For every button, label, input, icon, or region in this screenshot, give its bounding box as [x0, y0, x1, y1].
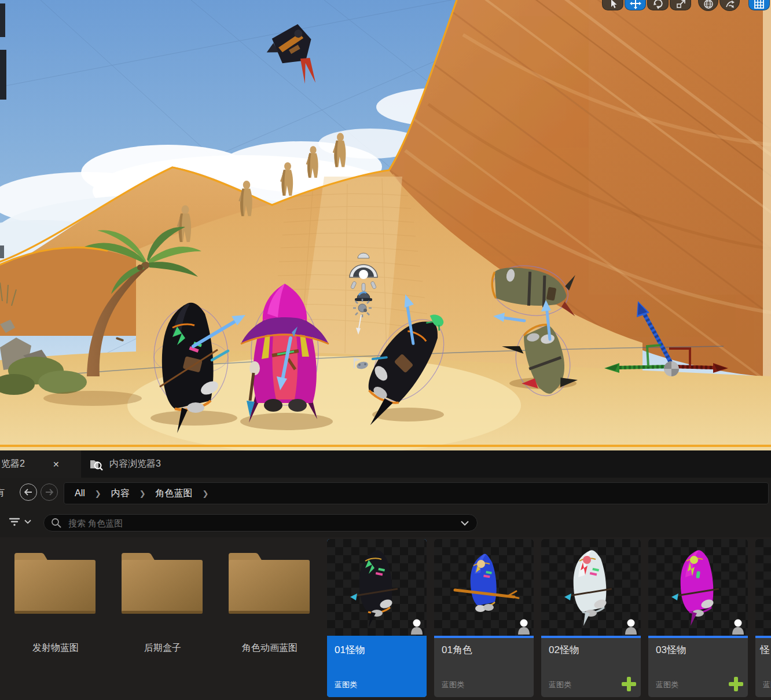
cursor-icon	[608, 0, 618, 9]
forward-button[interactable]	[41, 483, 58, 501]
asset-name: 03怪物	[656, 643, 686, 657]
chevron-right-icon: ❯	[203, 489, 209, 498]
grid-snap-toggle-button[interactable]	[748, 0, 770, 10]
folder-character-anim-blueprints[interactable]: 角色动画蓝图	[220, 539, 320, 695]
person-icon	[410, 619, 423, 635]
asset-type-label: 蓝图类	[335, 680, 357, 690]
asset-card-body: 03怪物 蓝图类	[648, 638, 748, 697]
arrow-left-icon	[24, 489, 32, 496]
asset-card-partial[interactable]: 怪 蓝图	[755, 539, 771, 697]
breadcrumb-root[interactable]: All	[75, 488, 85, 499]
asset-card-body: 01怪物 蓝图类	[327, 638, 427, 697]
content-browser-tab-icon	[90, 458, 104, 471]
rotate-icon	[652, 0, 664, 9]
content-browser-navbar: 有 All ❯ 内容 ❯ 角色蓝图 ❯	[0, 478, 771, 508]
viewport-toolbar	[601, 0, 770, 11]
tab-content-browser-3[interactable]: 内容浏览器3	[83, 450, 193, 478]
asset-thumbnail	[541, 539, 641, 636]
asset-thumbnail	[755, 539, 771, 636]
asset-card-character-01[interactable]: 01角色 蓝图类	[434, 539, 534, 697]
folder-projectile-blueprints[interactable]: 发射物蓝图	[6, 539, 105, 695]
asset-name: 01怪物	[335, 643, 365, 657]
person-icon	[625, 619, 637, 635]
folder-icon	[13, 552, 98, 617]
asset-thumbnail	[327, 539, 427, 636]
asset-card-monster-01[interactable]: 01怪物 蓝图类	[327, 539, 427, 697]
chevron-right-icon: ❯	[139, 489, 146, 498]
search-input[interactable]	[67, 518, 461, 529]
asset-card-body: 怪 蓝图	[755, 638, 771, 697]
move-icon	[630, 0, 641, 9]
scale-tool-button[interactable]	[670, 0, 691, 10]
surface-snap-icon	[724, 0, 736, 10]
grid-icon	[754, 0, 765, 9]
tab-label: 内容浏览器3	[109, 458, 161, 470]
search-icon	[51, 518, 61, 528]
folder-icon	[120, 552, 205, 617]
asset-name: 02怪物	[549, 643, 579, 657]
close-icon[interactable]: ✕	[53, 460, 60, 469]
asset-name: 怪	[760, 643, 770, 657]
asset-card-body: 01角色 蓝图类	[434, 638, 534, 697]
asset-thumbnail	[434, 539, 534, 636]
asset-grid: 发射物蓝图 后期盒子 角色动画蓝图	[0, 537, 771, 700]
tab-content-browser-2[interactable]: 览器2 ✕	[0, 450, 81, 478]
globe-icon	[703, 0, 714, 10]
breadcrumb-item-content[interactable]: 内容	[111, 488, 130, 500]
rotate-tool-button[interactable]	[647, 0, 669, 10]
asset-thumbnail	[648, 539, 748, 636]
search-box[interactable]	[43, 514, 478, 532]
breadcrumb-item-character-blueprints[interactable]: 角色蓝图	[156, 488, 193, 500]
asset-name: 01角色	[442, 643, 472, 657]
asset-type-label: 蓝图类	[656, 680, 678, 690]
asset-type-label: 蓝图类	[549, 680, 571, 690]
back-button[interactable]	[20, 483, 37, 501]
move-tool-button[interactable]	[625, 0, 646, 10]
folder-icon	[227, 552, 312, 617]
asset-type-label: 蓝图	[763, 680, 771, 690]
content-browser-panel: 览器2 ✕ 内容浏览器3 有	[0, 450, 771, 700]
filter-icon[interactable]	[8, 515, 21, 528]
surface-snap-toggle-button[interactable]	[719, 0, 740, 11]
scene-render	[0, 0, 771, 450]
chevron-down-icon[interactable]	[461, 521, 469, 526]
add-icon[interactable]	[621, 676, 637, 692]
arrow-right-icon	[45, 489, 53, 496]
content-browser-searchrow	[0, 508, 771, 537]
unreal-editor-window: 览器2 ✕ 内容浏览器3 有	[0, 0, 771, 700]
content-browser-tabbar: 览器2 ✕ 内容浏览器3	[0, 450, 771, 478]
person-icon	[517, 619, 530, 635]
chevron-down-icon[interactable]	[24, 519, 31, 524]
clipped-toolbar-button[interactable]: 有	[0, 487, 5, 499]
folder-post-process-box[interactable]: 后期盒子	[113, 539, 212, 695]
scale-icon	[675, 0, 686, 9]
add-icon[interactable]	[728, 676, 744, 692]
asset-card-body: 02怪物 蓝图类	[541, 638, 641, 697]
tab-label: 览器2	[1, 458, 25, 470]
asset-type-label: 蓝图类	[442, 680, 464, 690]
folder-label: 发射物蓝图	[6, 642, 105, 654]
select-tool-button[interactable]	[602, 0, 623, 10]
asset-card-monster-02[interactable]: 02怪物 蓝图类	[541, 539, 641, 697]
viewport-3d[interactable]	[0, 0, 771, 450]
folder-label: 后期盒子	[113, 642, 212, 654]
world-space-toggle-button[interactable]	[698, 0, 718, 11]
breadcrumb: All ❯ 内容 ❯ 角色蓝图 ❯	[64, 482, 769, 504]
chevron-right-icon: ❯	[95, 489, 101, 498]
folder-label: 角色动画蓝图	[220, 642, 320, 654]
person-icon	[732, 619, 744, 635]
asset-card-monster-03[interactable]: 03怪物 蓝图类	[648, 539, 748, 697]
